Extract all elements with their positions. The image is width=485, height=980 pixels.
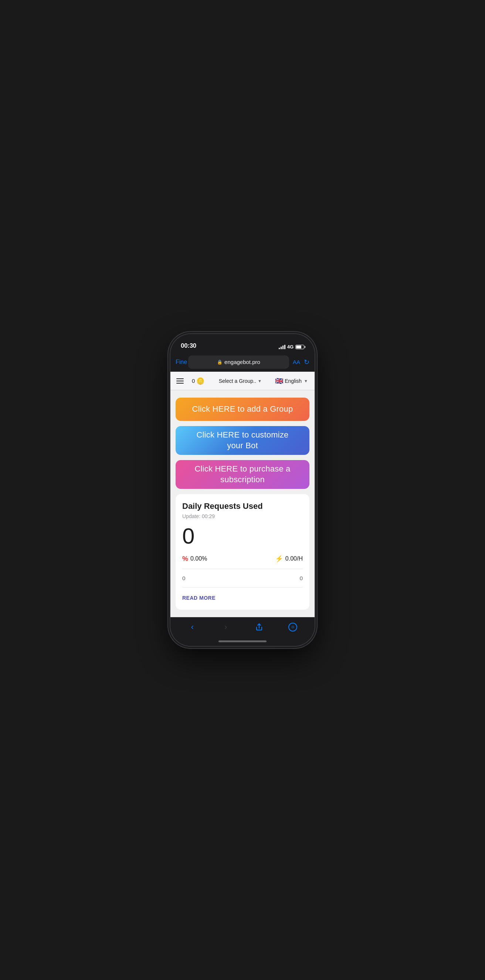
- group-select-dropdown[interactable]: Select a Group.. ▼: [211, 378, 269, 384]
- status-time: 00:30: [181, 342, 196, 350]
- subscription-label: Click HERE to purchase asubscription: [195, 464, 290, 485]
- network-label: 4G: [287, 344, 294, 350]
- stats-right-value: 0: [300, 575, 303, 581]
- coins-icon: 🪙: [196, 377, 204, 385]
- refresh-button[interactable]: ↻: [304, 358, 310, 366]
- url-text: engagebot.pro: [224, 359, 260, 365]
- compass-icon: ⊙: [288, 623, 297, 632]
- add-group-button[interactable]: Click HERE to add a Group: [175, 398, 310, 421]
- language-arrow-icon: ▼: [304, 379, 308, 383]
- purchase-subscription-button[interactable]: Click HERE to purchase asubscription: [175, 460, 310, 489]
- lightning-icon: ⚡: [275, 555, 283, 563]
- read-more-button[interactable]: READ MORE: [182, 592, 215, 602]
- stats-divider-2: [182, 587, 303, 587]
- stats-card: Daily Requests Used Update: 00:29 0 % 0.…: [175, 494, 310, 610]
- phone-frame: 00:30 4G Fine 🔒 engagebot.pro AA ↻: [171, 334, 314, 646]
- browser-bar: Fine 🔒 engagebot.pro AA ↻: [171, 353, 314, 372]
- nav-forward-button[interactable]: ›: [218, 619, 234, 635]
- flag-icon: 🇬🇧: [275, 377, 283, 385]
- credits-display: 0 🪙: [189, 375, 207, 387]
- home-indicator: [171, 636, 314, 646]
- language-label: English: [285, 378, 302, 384]
- percent-value: 0.00%: [190, 555, 207, 562]
- url-bar[interactable]: 🔒 engagebot.pro: [188, 355, 289, 369]
- battery-fill: [296, 345, 301, 348]
- percent-icon: %: [182, 555, 188, 563]
- main-content: Click HERE to add a Group Click HERE to …: [171, 390, 314, 617]
- language-select-dropdown[interactable]: 🇬🇧 English ▼: [273, 375, 310, 387]
- signal-bars-icon: [279, 345, 286, 349]
- customize-bot-label: Click HERE to customizeyour Bot: [196, 430, 288, 451]
- stats-update-time: Update: 00:29: [182, 513, 303, 519]
- status-icons: 4G: [279, 344, 304, 350]
- share-icon: [255, 623, 263, 631]
- toolbar: 0 🪙 Select a Group.. ▼ 🇬🇧 English ▼: [171, 372, 314, 390]
- hamburger-menu-button[interactable]: [175, 377, 185, 385]
- phone-notch: [219, 334, 266, 346]
- battery-icon: [295, 345, 304, 349]
- percent-metric: % 0.00%: [182, 555, 207, 563]
- browser-back-label[interactable]: Fine: [175, 359, 185, 366]
- stats-count: 0: [182, 525, 303, 547]
- reader-mode-button[interactable]: AA: [293, 359, 300, 365]
- stats-title: Daily Requests Used: [182, 501, 303, 511]
- nav-compass-button[interactable]: ⊙: [285, 619, 301, 635]
- browser-nav: ‹ › ⊙: [171, 617, 314, 636]
- stats-metrics-row: % 0.00% ⚡ 0.00/H: [182, 555, 303, 563]
- nav-back-button[interactable]: ‹: [184, 619, 200, 635]
- lock-icon: 🔒: [217, 360, 223, 365]
- nav-share-button[interactable]: [251, 619, 267, 635]
- stats-left-value: 0: [182, 575, 185, 581]
- stats-bottom-row: 0 0: [182, 574, 303, 583]
- group-select-arrow-icon: ▼: [258, 379, 262, 383]
- customize-bot-button[interactable]: Click HERE to customizeyour Bot: [175, 426, 310, 455]
- credits-count: 0: [192, 378, 195, 384]
- stats-divider: [182, 569, 303, 569]
- hourly-value: 0.00/H: [286, 555, 303, 562]
- hourly-metric: ⚡ 0.00/H: [275, 555, 303, 563]
- group-select-label: Select a Group..: [219, 378, 256, 384]
- home-bar: [219, 640, 266, 642]
